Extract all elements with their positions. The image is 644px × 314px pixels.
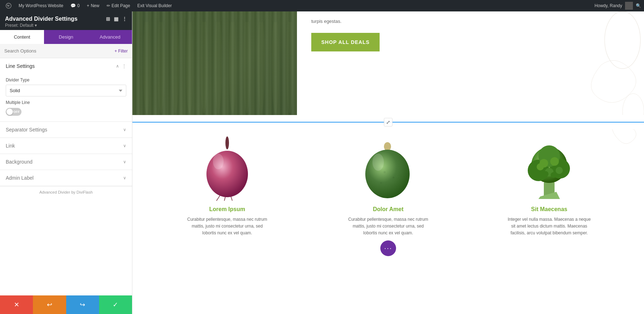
comment-icon: 💬 bbox=[70, 3, 76, 8]
more-options-icon[interactable]: ⋮ bbox=[122, 16, 127, 22]
bottom-action-bar: ✕ ↩ ↪ ✓ bbox=[0, 295, 132, 314]
collapse-icon[interactable]: ∧ bbox=[116, 64, 119, 69]
more-icon[interactable]: ⋮ bbox=[122, 64, 126, 69]
product-title-2: Dolor Amet bbox=[333, 206, 444, 213]
wp-logo-item[interactable]: W bbox=[3, 0, 14, 11]
filter-button[interactable]: + Filter bbox=[114, 49, 128, 54]
product-title-1: Lorem Ipsum bbox=[172, 206, 283, 213]
svg-point-8 bbox=[186, 13, 193, 113]
divider-type-select[interactable]: Solid Dashed Dotted Double None bbox=[6, 85, 126, 96]
multiple-line-toggle-row: OFF bbox=[6, 108, 126, 116]
more-btn-container: ··· bbox=[333, 237, 444, 263]
hero-body-text: turpis egestas. bbox=[311, 19, 630, 24]
svg-point-9 bbox=[200, 13, 208, 113]
admin-bar-right: Howdy, Randy 🔍 bbox=[595, 2, 641, 10]
svg-point-36 bbox=[384, 171, 386, 173]
product-image-zucchini bbox=[360, 136, 417, 201]
multiple-line-label: Multiple Line bbox=[6, 100, 126, 105]
search-icon-bar[interactable]: 🔍 bbox=[636, 3, 641, 8]
search-input[interactable] bbox=[4, 48, 114, 54]
svg-point-19 bbox=[185, 11, 195, 22]
product-card-3: Sit Maecenas Integer vel nulla massa. Ma… bbox=[487, 136, 612, 263]
svg-point-15 bbox=[286, 13, 293, 113]
redo-button[interactable]: ↪ bbox=[66, 295, 99, 314]
exit-builder-item[interactable]: Exit Visual Builder bbox=[135, 0, 175, 11]
svg-point-37 bbox=[393, 177, 395, 179]
move-cursor-icon: ⤢ bbox=[386, 119, 390, 125]
svg-point-50 bbox=[543, 171, 548, 177]
svg-point-48 bbox=[537, 163, 544, 170]
admin-label-expand-icon[interactable]: ∨ bbox=[123, 175, 126, 180]
svg-line-29 bbox=[224, 196, 225, 201]
svg-point-33 bbox=[384, 142, 391, 151]
svg-point-18 bbox=[170, 11, 180, 22]
section-separator-title: Separator Settings bbox=[6, 127, 47, 133]
section-line-settings-title: Line Settings bbox=[6, 63, 35, 69]
save-button[interactable]: ✓ bbox=[99, 295, 132, 314]
section-background-header[interactable]: Background ∨ bbox=[0, 154, 132, 170]
preset-selector[interactable]: Preset: Default ▾ bbox=[5, 23, 127, 28]
svg-point-26 bbox=[285, 11, 295, 22]
preview-area: turpis egestas. SHOP ALL DEALS ⤢ bbox=[132, 11, 644, 314]
section-admin-label-header[interactable]: Admin Label ∨ bbox=[0, 170, 132, 186]
svg-point-27 bbox=[225, 136, 229, 149]
section-link-header[interactable]: Link ∨ bbox=[0, 138, 132, 154]
credit-text: Advanced Divider by DiviFlash bbox=[39, 190, 93, 194]
cancel-button[interactable]: ✕ bbox=[0, 295, 33, 314]
svg-point-23 bbox=[242, 11, 252, 22]
panel-header: Advanced Divider Settings ⊞ ▦ ⋮ Preset: … bbox=[0, 11, 132, 30]
more-options-button[interactable]: ··· bbox=[380, 240, 396, 256]
product-image-onion bbox=[199, 136, 256, 201]
tab-advanced[interactable]: Advanced bbox=[88, 30, 132, 44]
toggle-knob bbox=[6, 109, 13, 115]
exit-builder-label: Exit Visual Builder bbox=[137, 3, 172, 8]
svg-point-13 bbox=[258, 13, 265, 113]
hero-texture bbox=[132, 11, 297, 115]
section-link: Link ∨ bbox=[0, 138, 132, 154]
divider-handle[interactable]: ⤢ bbox=[384, 118, 392, 126]
cancel-icon: ✕ bbox=[14, 301, 19, 309]
svg-point-24 bbox=[256, 11, 266, 22]
svg-point-14 bbox=[272, 13, 279, 113]
svg-point-21 bbox=[213, 11, 223, 22]
svg-point-20 bbox=[199, 11, 209, 22]
link-expand-icon[interactable]: ∨ bbox=[123, 143, 126, 148]
separator-expand-icon[interactable]: ∨ bbox=[123, 127, 126, 132]
preview-content: turpis egestas. SHOP ALL DEALS ⤢ bbox=[132, 11, 644, 314]
toggle-off-label: OFF bbox=[13, 110, 20, 114]
svg-point-17 bbox=[156, 11, 166, 22]
section-separator-header[interactable]: Separator Settings ∨ bbox=[0, 122, 132, 138]
hero-image bbox=[132, 11, 297, 115]
undo-button[interactable]: ↩ bbox=[33, 295, 66, 314]
shop-all-deals-button[interactable]: SHOP ALL DEALS bbox=[311, 33, 380, 51]
user-avatar bbox=[625, 2, 633, 10]
section-line-settings-header[interactable]: Line Settings ∧ ⋮ bbox=[0, 58, 132, 74]
new-item[interactable]: + New bbox=[84, 0, 102, 11]
section-background-title: Background bbox=[6, 159, 33, 165]
svg-point-7 bbox=[172, 13, 179, 113]
site-name-item[interactable]: My WordPress Website bbox=[16, 0, 66, 11]
svg-point-34 bbox=[365, 150, 410, 198]
multiple-line-toggle[interactable]: OFF bbox=[6, 108, 21, 116]
tab-content[interactable]: Content bbox=[0, 30, 44, 44]
tab-design[interactable]: Design bbox=[44, 30, 88, 44]
filter-label: + Filter bbox=[114, 49, 128, 54]
panel-footer: Advanced Divider by DiviFlash bbox=[0, 186, 132, 198]
svg-rect-4 bbox=[132, 11, 297, 115]
comment-count: 0 bbox=[77, 3, 80, 8]
edit-page-label: Edit Page bbox=[112, 3, 130, 8]
responsive-icon[interactable]: ⊞ bbox=[106, 16, 110, 22]
panel-content: Line Settings ∧ ⋮ Divider Type Solid Das… bbox=[0, 58, 132, 295]
new-label: New bbox=[91, 3, 99, 8]
plus-icon: + bbox=[87, 3, 89, 8]
background-expand-icon[interactable]: ∨ bbox=[123, 159, 126, 164]
edit-page-item[interactable]: ✏ Edit Page bbox=[104, 0, 133, 11]
comments-item[interactable]: 💬 0 bbox=[68, 0, 83, 11]
panel-title-text: Advanced Divider Settings bbox=[5, 16, 78, 22]
layout-icon[interactable]: ▦ bbox=[114, 16, 118, 22]
svg-point-31 bbox=[206, 151, 248, 197]
product-desc-3: Integer vel nulla massa. Maecenas a nequ… bbox=[506, 216, 592, 237]
section-admin-label-title: Admin Label bbox=[6, 175, 34, 181]
hero-text-area: turpis egestas. SHOP ALL DEALS bbox=[297, 11, 644, 59]
search-bar: + Filter bbox=[0, 44, 132, 58]
